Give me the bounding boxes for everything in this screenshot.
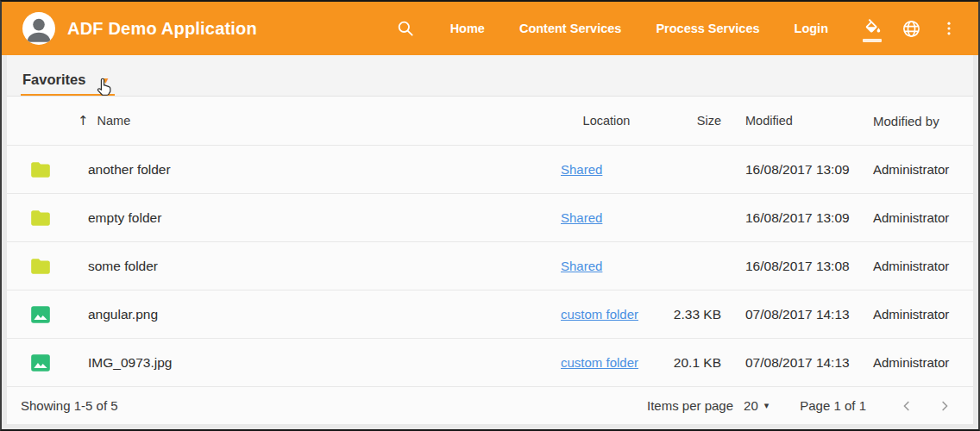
app-window: ADF Demo Application Home Content Servic… (0, 0, 980, 431)
next-page-button[interactable] (933, 395, 956, 417)
modified-date: 16/08/2017 13:08 (721, 259, 851, 274)
nav-content-services[interactable]: Content Services (502, 22, 638, 35)
more-options-icon[interactable] (939, 17, 959, 40)
column-header-modified-by[interactable]: Modified by (851, 114, 951, 128)
items-per-page-label: Items per page (647, 398, 733, 413)
table-row[interactable]: some folder Shared 16/08/2017 13:08 Admi… (7, 242, 973, 290)
file-name[interactable]: some folder (88, 259, 550, 274)
language-globe-icon[interactable] (901, 17, 921, 40)
theme-color-bar (863, 39, 882, 42)
previous-page-button[interactable] (895, 395, 918, 417)
file-size: 2.33 KB (652, 307, 721, 322)
person-icon (22, 12, 55, 45)
main-content: Favorites ▾ ↑ Name Location Size Modifie… (7, 55, 973, 424)
modified-by: Administrator (851, 307, 951, 322)
top-navigation: Home Content Services Process Services L… (395, 17, 959, 40)
file-type-cell (29, 352, 88, 374)
location-link[interactable]: Shared (561, 259, 602, 273)
folder-icon (29, 159, 88, 181)
modified-date: 07/08/2017 14:13 (721, 355, 851, 371)
file-type-cell (29, 303, 88, 326)
showing-count: Showing 1-5 of 5 (21, 398, 118, 413)
nav-home[interactable]: Home (433, 22, 502, 35)
modified-date: 07/08/2017 14:13 (721, 307, 851, 322)
table-row[interactable]: angular.png custom folder 2.33 KB 07/08/… (7, 290, 973, 339)
file-name[interactable]: IMG_0973.jpg (88, 355, 550, 371)
search-icon[interactable] (395, 17, 416, 40)
user-avatar[interactable] (22, 12, 55, 45)
toolbar: Favorites ▾ (7, 55, 973, 97)
location-link[interactable]: Shared (561, 210, 602, 225)
modified-date: 16/08/2017 13:09 (721, 210, 851, 226)
modified-by: Administrator (851, 355, 951, 370)
pagination-footer: Showing 1-5 of 5 Items per page 20 ▾ Pag… (7, 387, 973, 424)
caret-down-icon: ▾ (764, 400, 770, 411)
location-link[interactable]: Shared (561, 162, 602, 177)
file-name[interactable]: empty folder (88, 210, 550, 226)
modified-date: 16/08/2017 13:09 (721, 162, 851, 178)
caret-down-icon: ▾ (103, 75, 108, 85)
column-header-size[interactable]: Size (652, 114, 721, 128)
column-header-name[interactable]: ↑ Name (78, 113, 550, 128)
favorites-dropdown[interactable]: Favorites ▾ (21, 66, 115, 96)
table-row[interactable]: empty folder Shared 16/08/2017 13:09 Adm… (7, 194, 973, 242)
location-link[interactable]: custom folder (561, 307, 638, 322)
sort-ascending-icon[interactable]: ↑ (78, 113, 89, 128)
column-header-location[interactable]: Location (550, 114, 652, 128)
nav-process-services[interactable]: Process Services (638, 22, 776, 35)
items-per-page-value: 20 (744, 398, 758, 413)
file-name[interactable]: angular.png (88, 307, 550, 322)
favorites-label: Favorites (22, 72, 85, 88)
app-header: ADF Demo Application Home Content Servic… (2, 2, 978, 55)
image-file-icon (29, 303, 88, 326)
nav-login[interactable]: Login (777, 22, 845, 35)
file-size: 20.1 KB (652, 355, 721, 371)
file-name[interactable]: another folder (88, 162, 550, 178)
table-row[interactable]: IMG_0973.jpg custom folder 20.1 KB 07/08… (7, 339, 973, 387)
modified-by: Administrator (851, 259, 951, 273)
folder-icon (29, 207, 88, 229)
app-title: ADF Demo Application (67, 19, 257, 39)
items-per-page-select[interactable]: 20 ▾ (744, 398, 769, 413)
page-indicator: Page 1 of 1 (800, 398, 866, 413)
modified-by: Administrator (851, 210, 951, 225)
file-type-cell (29, 207, 88, 229)
file-type-cell (29, 255, 88, 278)
location-link[interactable]: custom folder (561, 355, 638, 370)
file-type-cell (29, 159, 88, 181)
modified-by: Administrator (851, 162, 951, 177)
table-header: ↑ Name Location Size Modified Modified b… (7, 97, 973, 146)
theme-color-fill-icon[interactable] (863, 17, 883, 40)
pagination-controls: Items per page 20 ▾ Page 1 of 1 (647, 395, 956, 417)
column-header-modified[interactable]: Modified (721, 114, 851, 128)
table-row[interactable]: another folder Shared 16/08/2017 13:09 A… (7, 146, 973, 194)
folder-icon (29, 255, 88, 278)
image-file-icon (29, 352, 88, 374)
